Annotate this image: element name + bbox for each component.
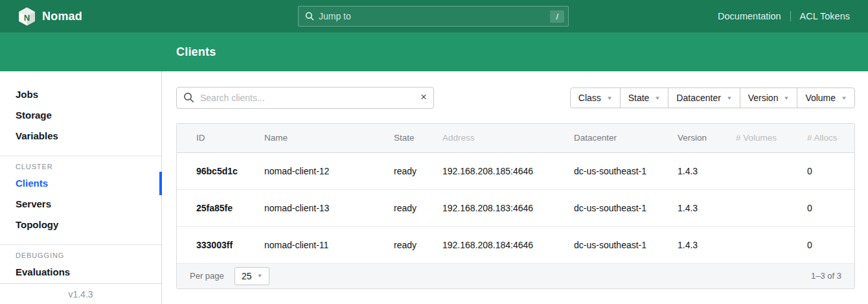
table-row[interactable]: 96bc5d1c nomad-client-12 ready 192.168.2…: [177, 152, 854, 189]
search-icon: [305, 12, 314, 21]
sidebar-item-variables[interactable]: Variables: [0, 126, 161, 146]
client-address: 192.168.208.183:4646: [436, 189, 567, 226]
search-icon: [183, 92, 194, 106]
jump-to-input[interactable]: [319, 11, 550, 21]
chevron-down-icon: ▼: [784, 95, 790, 101]
client-allocs: 0: [801, 189, 854, 226]
col-header-state[interactable]: State: [387, 124, 436, 152]
client-version: 1.4.3: [671, 189, 729, 226]
jump-to-search: /: [298, 6, 569, 27]
chevron-down-icon: ▼: [655, 95, 661, 101]
clients-search-input[interactable]: [176, 87, 434, 109]
documentation-link[interactable]: Documentation: [718, 11, 781, 21]
clients-table: ID Name State Address Datacenter Version…: [176, 123, 855, 289]
col-header-datacenter[interactable]: Datacenter: [567, 124, 671, 152]
client-datacenter: dc-us-southeast-1: [567, 152, 671, 189]
sidebar-item-jobs[interactable]: Jobs: [0, 84, 161, 105]
client-allocs: 0: [801, 226, 854, 263]
client-state: ready: [387, 226, 436, 263]
filter-version[interactable]: Version ▼: [740, 88, 798, 108]
client-version: 1.4.3: [671, 226, 729, 263]
slash-shortcut-key: /: [550, 10, 564, 23]
chevron-down-icon: ▼: [841, 95, 847, 101]
chevron-down-icon: ▼: [606, 95, 613, 101]
client-name: nomad-client-11: [258, 226, 387, 263]
sidebar: Jobs Storage Variables CLUSTER Clients S…: [0, 71, 162, 304]
svg-text:N: N: [24, 13, 30, 23]
client-id: 96bc5d1c: [177, 152, 258, 189]
filter-class[interactable]: Class ▼: [570, 88, 621, 108]
pagination-range: 1–3 of 3: [811, 271, 841, 281]
nomad-logo-icon: N: [18, 7, 36, 26]
sidebar-item-clients[interactable]: Clients: [0, 173, 161, 194]
clients-search: ×: [176, 87, 434, 109]
nomad-version: v1.4.3: [0, 283, 161, 304]
col-header-version[interactable]: Version: [671, 124, 729, 152]
client-id: 25fa85fe: [177, 189, 258, 226]
sidebar-item-topology[interactable]: Topology: [0, 215, 161, 235]
filter-datacenter[interactable]: Datacenter ▼: [668, 88, 740, 108]
client-volumes: [729, 189, 801, 226]
col-header-allocs: # Allocs: [801, 124, 854, 152]
client-name: nomad-client-13: [258, 189, 387, 226]
per-page-label: Per page: [190, 271, 224, 281]
client-name: nomad-client-12: [258, 152, 387, 189]
client-volumes: [729, 152, 801, 189]
table-row[interactable]: 25fa85fe nomad-client-13 ready 192.168.2…: [177, 189, 854, 226]
page-header: Clients: [0, 32, 868, 71]
filter-state[interactable]: State ▼: [620, 88, 669, 108]
sidebar-item-servers[interactable]: Servers: [0, 194, 161, 215]
col-header-id[interactable]: ID: [177, 124, 258, 152]
client-id: 333003ff: [177, 226, 258, 263]
sidebar-section-debugging: DEBUGGING: [0, 245, 161, 262]
client-state: ready: [387, 189, 436, 226]
top-navbar: N Nomad / Documentation ACL Tokens: [0, 0, 868, 32]
per-page-select[interactable]: 25 ▼: [234, 267, 269, 285]
acl-tokens-link[interactable]: ACL Tokens: [800, 11, 850, 21]
client-address: 192.168.208.185:4646: [436, 152, 567, 189]
client-datacenter: dc-us-southeast-1: [567, 189, 671, 226]
sidebar-section-cluster: CLUSTER: [0, 156, 161, 173]
col-header-name[interactable]: Name: [258, 124, 387, 152]
navbar-links: Documentation ACL Tokens: [718, 11, 850, 21]
page-title: Clients: [176, 45, 216, 59]
chevron-down-icon: ▼: [726, 95, 733, 101]
client-state: ready: [387, 152, 436, 189]
filter-bar: Class ▼ State ▼ Datacenter ▼ Version ▼ V…: [570, 88, 855, 108]
client-datacenter: dc-us-southeast-1: [567, 226, 671, 263]
filter-volume[interactable]: Volume ▼: [797, 88, 855, 108]
sidebar-item-evaluations[interactable]: Evaluations: [0, 262, 161, 283]
clear-search-icon[interactable]: ×: [420, 91, 427, 104]
nomad-brand[interactable]: N Nomad: [18, 7, 82, 26]
chevron-down-icon: ▼: [257, 273, 263, 279]
table-header-row: ID Name State Address Datacenter Version…: [177, 124, 854, 152]
clients-toolbar: × Class ▼ State ▼ Datacenter ▼ Version ▼: [176, 87, 855, 109]
table-pagination: Per page 25 ▼ 1–3 of 3: [177, 264, 854, 288]
client-allocs: 0: [801, 152, 854, 189]
col-header-address: Address: [436, 124, 567, 152]
client-volumes: [729, 226, 801, 263]
client-address: 192.168.208.184:4646: [436, 226, 567, 263]
col-header-volumes: # Volumes: [729, 124, 801, 152]
sidebar-item-storage[interactable]: Storage: [0, 105, 161, 126]
main-content: × Class ▼ State ▼ Datacenter ▼ Version ▼: [162, 71, 868, 304]
client-version: 1.4.3: [671, 152, 729, 189]
table-row[interactable]: 333003ff nomad-client-11 ready 192.168.2…: [177, 226, 854, 263]
link-separator: [790, 11, 791, 21]
brand-name: Nomad: [42, 10, 82, 23]
